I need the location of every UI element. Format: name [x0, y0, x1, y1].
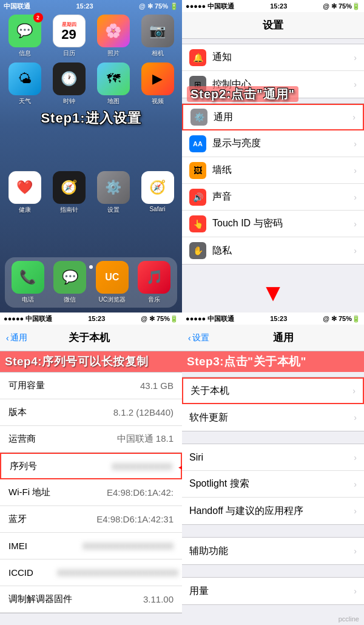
- uc-icon[interactable]: UC UC浏览器: [93, 261, 132, 304]
- app-icons-grid-2: ❤️ 健康 🧭 指南针 ⚙️ 设置 🧭 Safari: [0, 169, 182, 217]
- arrow-down-right: ▼: [261, 279, 285, 306]
- wechat-icon[interactable]: 💬 微信: [51, 261, 90, 304]
- step2-overlay: Step2:点击"通用": [182, 84, 364, 105]
- br-back-button[interactable]: ‹ 设置: [188, 333, 209, 343]
- settings-row-general[interactable]: ⚙️ 通用 ›: [182, 104, 364, 130]
- clock-icon[interactable]: 🕐 时钟: [49, 62, 89, 106]
- sound-icon: 🔊: [189, 189, 206, 206]
- right-carrier: ●●●●● 中国联通: [186, 2, 234, 11]
- settings-row-touchid[interactable]: 👆 Touch ID 与密码 ›: [182, 211, 364, 237]
- step1-label: Step1:进入设置: [41, 110, 141, 126]
- music-icon[interactable]: 🎵 音乐: [135, 261, 174, 304]
- info-row-serial[interactable]: 序列号 XXXXXXXXXX ◀: [0, 453, 182, 479]
- arrow-left: ◀: [178, 456, 182, 476]
- info-row-capacity: 可用容量 43.1 GB: [0, 373, 182, 399]
- settings-group-2: ⚙️ 通用 › AA 显示与亮度 › 🖼 墙纸 › 🔊 声音 › 👆 To: [182, 103, 364, 265]
- info-row-imei: IMEI XXXXXXXXXXXXXXX: [0, 533, 182, 559]
- step3-overlay: Step3:点击"关于本机": [182, 351, 364, 372]
- br-nav-title: 通用: [209, 331, 358, 345]
- calendar-icon[interactable]: 星期四 29 日历: [49, 15, 89, 58]
- right-time: 15:23: [270, 2, 287, 10]
- privacy-icon: ✋: [189, 242, 206, 259]
- info-row-carrier: 运营商 中国联通 18.1: [0, 426, 182, 453]
- br-status-bar: ●●●●● 中国联通 15:23 @ ✻ 75%🔋: [182, 312, 364, 325]
- settings-app-icon[interactable]: ⚙️ 设置: [93, 171, 133, 214]
- general-icon: ⚙️: [190, 109, 207, 126]
- right-panel-settings: ●●●●● 中国联通 15:23 @ ✻ 75%🔋 设置 Step2:点击"通用…: [182, 0, 364, 312]
- health-icon[interactable]: ❤️ 健康: [5, 171, 44, 214]
- step1-overlay: Step1:进入设置: [0, 109, 182, 127]
- compass-icon[interactable]: 🧭 指南针: [49, 171, 89, 214]
- settings-title: 设置: [263, 18, 283, 32]
- br-row-spotlight[interactable]: Spotlight 搜索 ›: [182, 471, 364, 498]
- info-row-modem: 调制解调器固件 3.11.00: [0, 586, 182, 613]
- info-row-version: 版本 8.1.2 (12B440): [0, 399, 182, 426]
- bl-icons: @ ✻ 75%🔋: [141, 315, 178, 323]
- right-status-bar: ●●●●● 中国联通 15:23 @ ✻ 75%🔋: [182, 0, 364, 12]
- phone-icon[interactable]: 📞 电话: [8, 261, 47, 304]
- camera-icon[interactable]: 📷 相机: [138, 15, 177, 58]
- general-group-1: 关于本机 › 软件更新 ›: [182, 377, 364, 431]
- display-icon: AA: [189, 135, 206, 152]
- bl-nav-title: 关于本机: [3, 331, 176, 345]
- br-row-handoff[interactable]: Handoff 与建议的应用程序 ›: [182, 498, 364, 524]
- step3-label: Step3:点击"关于本机": [187, 355, 306, 368]
- br-time: 15:23: [270, 315, 287, 322]
- br-row-accessibility[interactable]: 辅助功能 ›: [182, 538, 364, 564]
- app-icons-grid: 💬 2 信息 星期四 29 日历 🌸 照片 📷 相机: [0, 12, 182, 108]
- videos-icon[interactable]: ▶ 视频: [138, 62, 177, 106]
- br-row-siri[interactable]: Siri ›: [182, 444, 364, 471]
- right-icons: @ ✻ 75%🔋: [323, 2, 360, 10]
- br-carrier: ●●●●● 中国联通: [186, 314, 234, 323]
- info-row-bluetooth: 蓝牙 E4:98:D6:1A:42:31: [0, 506, 182, 533]
- watermark: pccline: [339, 615, 359, 623]
- weather-icon[interactable]: 🌤 天气: [5, 62, 44, 106]
- settings-row-sound[interactable]: 🔊 声音 ›: [182, 184, 364, 211]
- messages-icon[interactable]: 💬 2 信息: [5, 15, 44, 58]
- left-carrier: 中国联通: [4, 2, 30, 11]
- settings-row-display[interactable]: AA 显示与亮度 ›: [182, 130, 364, 157]
- photos-icon[interactable]: 🌸 照片: [93, 15, 133, 58]
- touchid-icon: 👆: [189, 215, 206, 232]
- settings-row-wallpaper[interactable]: 🖼 墙纸 ›: [182, 157, 364, 184]
- general-group-4: 用量 ›: [182, 577, 364, 605]
- maps-icon[interactable]: 🗺 地图: [93, 62, 133, 106]
- bottom-left-about: ●●●●● 中国联通 15:23 @ ✻ 75%🔋 ‹ 通用 关于本机 Step…: [0, 312, 182, 625]
- bl-nav: ‹ 通用 关于本机: [0, 325, 182, 351]
- bl-status-bar: ●●●●● 中国联通 15:23 @ ✻ 75%🔋: [0, 312, 182, 325]
- settings-header: 设置: [182, 12, 364, 39]
- general-group-2: Siri › Spotlight 搜索 › Handoff 与建议的应用程序 ›: [182, 444, 364, 525]
- step2-label: Step2:点击"通用": [187, 86, 298, 102]
- wallpaper-icon: 🖼: [189, 162, 206, 179]
- left-time: 15:23: [76, 2, 93, 10]
- dock: 📞 电话 💬 微信 UC UC浏览器 🎵 音乐: [5, 257, 177, 308]
- left-panel-homescreen: 中国联通 15:23 @ ✻ 75% 🔋 💬 2 信息 星期四 29 日历: [0, 0, 182, 312]
- step4-overlay: Step4:序列号可以长按复制: [0, 351, 182, 372]
- settings-row-privacy[interactable]: ✋ 隐私 ›: [182, 237, 364, 264]
- settings-row-notifications[interactable]: 🔔 通知 ›: [182, 44, 364, 71]
- br-row-about[interactable]: 关于本机 ›: [182, 377, 364, 404]
- bl-time: 15:23: [88, 315, 105, 322]
- safari-icon[interactable]: 🧭 Safari: [138, 171, 177, 214]
- info-row-wifi: Wi-Fi 地址 E4:98:D6:1A:42:: [0, 479, 182, 506]
- notifications-icon: 🔔: [189, 49, 206, 66]
- bottom-right-general: ●●●●● 中国联通 15:23 @ ✻ 75%🔋 ‹ 设置 通用 Step3:…: [182, 312, 364, 625]
- br-icons: @ ✻ 75%🔋: [323, 315, 360, 323]
- bl-carrier: ●●●●● 中国联通: [4, 314, 52, 323]
- left-status-icons: @ ✻ 75% 🔋: [139, 2, 178, 10]
- info-row-iccid: ICCID XXXXXXXXXXXXXXXXXXXX: [0, 559, 182, 586]
- info-group: 可用容量 43.1 GB 版本 8.1.2 (12B440) 运营商 中国联通 …: [0, 372, 182, 613]
- br-nav: ‹ 设置 通用: [182, 325, 364, 351]
- step4-label: Step4:序列号可以长按复制: [5, 355, 149, 368]
- br-row-update[interactable]: 软件更新 ›: [182, 404, 364, 431]
- left-status-bar: 中国联通 15:23 @ ✻ 75% 🔋: [0, 0, 182, 12]
- general-group-3: 辅助功能 ›: [182, 537, 364, 565]
- br-row-usage[interactable]: 用量 ›: [182, 578, 364, 604]
